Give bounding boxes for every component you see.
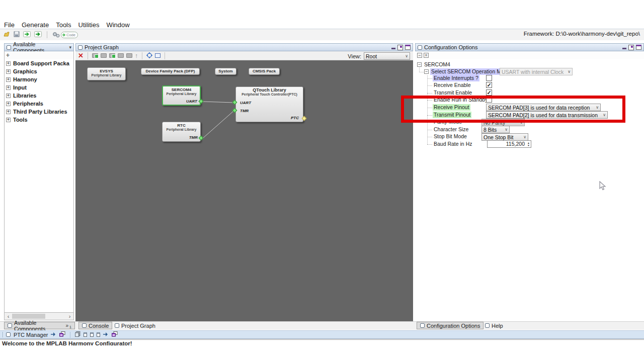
- minimize-icon[interactable]: [622, 48, 626, 49]
- expand-icon[interactable]: +: [6, 69, 11, 74]
- node-rtc[interactable]: RTC Peripheral Library TMR: [162, 122, 201, 142]
- tree-item-libraries[interactable]: +Libraries: [5, 92, 73, 100]
- view-select[interactable]: Root ∨: [364, 52, 410, 60]
- open-folder-icon[interactable]: [4, 30, 10, 39]
- expand-icon[interactable]: +: [6, 110, 11, 114]
- save-icon[interactable]: [14, 30, 20, 39]
- tree-item-third-party[interactable]: +Third Party Libraries: [5, 108, 73, 116]
- menu-tools[interactable]: Tools: [56, 21, 71, 29]
- scroll-left-icon[interactable]: ‹: [5, 313, 12, 320]
- tab-configuration-options[interactable]: Configuration Options: [417, 322, 484, 329]
- window-icon-gray[interactable]: [101, 53, 107, 58]
- tab-label: Project Graph: [121, 323, 155, 329]
- export-configuration-icon[interactable]: [34, 30, 42, 39]
- expand-icon[interactable]: +: [6, 102, 11, 106]
- node-dfp[interactable]: Device Family Pack (DFP): [141, 68, 200, 75]
- checkbox-enable-interrupts[interactable]: [486, 75, 492, 81]
- add-group-icon[interactable]: [109, 53, 115, 58]
- window-thumbnail-icon[interactable]: [97, 332, 100, 337]
- pin-icon[interactable]: [51, 332, 56, 338]
- project-graph-canvas[interactable]: EVSYS Peripheral Library Device Family P…: [75, 60, 413, 321]
- generate-code-button[interactable]: Code: [52, 31, 78, 38]
- config-mode-label: Select SERCOM Operation Mode: [430, 68, 511, 75]
- maximize-icon[interactable]: [636, 45, 641, 50]
- menu-window[interactable]: Window: [106, 21, 129, 29]
- ungroup-icon[interactable]: [126, 53, 132, 58]
- scrollbar-track[interactable]: [12, 313, 66, 319]
- import-configuration-icon[interactable]: [23, 30, 31, 39]
- pin-icon[interactable]: [103, 332, 109, 338]
- expand-icon[interactable]: +: [6, 61, 11, 66]
- transmit-pinout-select[interactable]: SERCOM PAD[2] is used for data transmiss…: [486, 111, 608, 119]
- port-tmr-label: TMR: [240, 109, 249, 113]
- panel-dropdown-icon[interactable]: ▾: [69, 45, 71, 50]
- available-components-header[interactable]: Available Components ▾: [4, 43, 74, 51]
- save-layout-icon[interactable]: [155, 53, 160, 58]
- receive-pinout-select[interactable]: SERCOM PAD[3] is used for data reception…: [486, 104, 601, 111]
- delete-node-icon[interactable]: ✕: [78, 52, 84, 59]
- expand-icon[interactable]: +: [6, 118, 11, 122]
- tree-item-graphics[interactable]: +Graphics: [5, 67, 73, 75]
- collapse-all-icon[interactable]: −: [417, 53, 422, 58]
- move-up-icon[interactable]: ↑: [135, 52, 138, 59]
- node-sercom4[interactable]: SERCOM4 Peripheral Library UART: [162, 85, 201, 106]
- center-view-icon[interactable]: [146, 51, 152, 60]
- menu-utilities[interactable]: Utilities: [78, 21, 100, 29]
- stop-bit-mode-select[interactable]: One Stop Bit ∨: [481, 133, 528, 141]
- expand-icon[interactable]: +: [6, 94, 11, 98]
- checkbox-transmit-enable[interactable]: ✓: [486, 89, 492, 96]
- cascade-windows-icon[interactable]: [59, 331, 65, 338]
- add-window-icon[interactable]: [92, 53, 98, 58]
- parity-mode-select[interactable]: No Parity ∨: [481, 119, 525, 126]
- add-component-icon[interactable]: +: [6, 52, 10, 59]
- tree-item-board-support[interactable]: +Board Support Packa: [5, 59, 73, 67]
- scrollbar-thumb[interactable]: [12, 314, 45, 319]
- mode-select-value: USART with internal Clock: [502, 69, 564, 75]
- collapse-icon-sercom4[interactable]: −: [417, 62, 422, 67]
- chevron-down-icon: ∨: [601, 113, 606, 117]
- expand-icon[interactable]: +: [6, 85, 11, 90]
- scroll-right-icon[interactable]: ›: [66, 313, 73, 320]
- project-graph-header[interactable]: Project Graph: [75, 43, 413, 51]
- tab-project-graph[interactable]: Project Graph: [112, 322, 158, 329]
- expand-icon[interactable]: +: [6, 77, 11, 82]
- cascade-windows-icon[interactable]: [112, 331, 118, 338]
- window-icon: [420, 323, 425, 328]
- chevron-down-icon: ∨: [518, 120, 523, 125]
- stack-icon[interactable]: [75, 331, 80, 338]
- menu-generate[interactable]: Generate: [22, 21, 49, 29]
- drag-grip[interactable]: [3, 332, 3, 337]
- tab-console[interactable]: Console: [78, 322, 112, 329]
- float-window-icon[interactable]: [397, 45, 403, 50]
- node-qtouch[interactable]: QTouch Library Peripheral Touch Controll…: [235, 86, 303, 122]
- collapse-icon-mode[interactable]: −: [424, 69, 429, 74]
- tab-available-components[interactable]: Available Components » 1: [4, 322, 75, 329]
- menu-file[interactable]: File: [4, 21, 15, 29]
- configuration-options-header[interactable]: Configuration Options: [415, 43, 644, 51]
- config-label-transmit-enable: Transmit Enable: [433, 89, 473, 96]
- ptc-manager-tab[interactable]: PTC Manager: [14, 332, 48, 338]
- window-icon: [78, 45, 83, 50]
- baud-rate-spinner[interactable]: 115,200 ▲ ▼: [487, 140, 531, 148]
- tree-item-tools[interactable]: +Tools: [5, 116, 73, 124]
- float-window-icon[interactable]: [628, 45, 634, 50]
- group-icon[interactable]: [118, 53, 124, 58]
- tree-item-input[interactable]: +Input: [5, 83, 73, 92]
- expand-all-icon[interactable]: +: [424, 53, 429, 58]
- minimize-icon[interactable]: [391, 48, 395, 49]
- checkbox-run-in-standby[interactable]: [486, 97, 492, 103]
- tree-item-harmony[interactable]: +Harmony: [5, 75, 73, 83]
- window-thumbnail-icon[interactable]: [84, 332, 87, 337]
- tree-line: [427, 100, 432, 101]
- window-thumbnail-icon[interactable]: [90, 332, 94, 337]
- node-system[interactable]: System: [215, 68, 236, 75]
- character-size-select[interactable]: 8 Bits ∨: [481, 126, 510, 133]
- node-evsys[interactable]: EVSYS Peripheral Library: [87, 67, 126, 80]
- spinner-down-icon[interactable]: ▼: [526, 144, 531, 147]
- checkbox-receive-enable[interactable]: ✓: [486, 82, 492, 88]
- tree-item-peripherals[interactable]: +Peripherals: [5, 100, 73, 108]
- tab-help[interactable]: Help: [482, 322, 506, 329]
- maximize-icon[interactable]: [405, 45, 411, 50]
- node-cmsis[interactable]: CMSIS Pack: [249, 68, 280, 75]
- tab-overflow-icon[interactable]: »: [66, 323, 69, 328]
